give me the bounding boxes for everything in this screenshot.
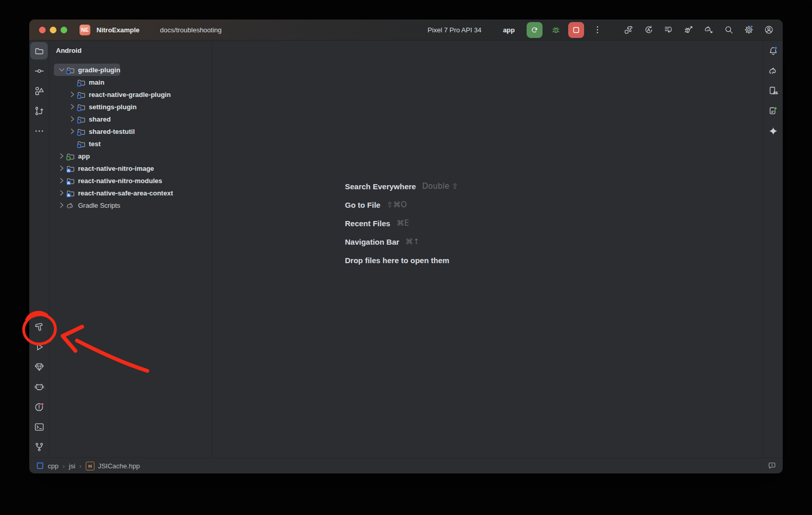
- stop-button[interactable]: [568, 22, 584, 38]
- tree-item-shared[interactable]: shared: [54, 113, 111, 125]
- project-tree: gradle-pluginmainreact-native-gradle-plu…: [49, 64, 212, 211]
- tree-item-react-native-nitro-image[interactable]: react-native-nitro-image: [54, 162, 154, 174]
- hint-label: Search Everywhere: [345, 182, 416, 191]
- breadcrumb-item[interactable]: HJSICache.hpp: [86, 462, 140, 470]
- build-button[interactable]: [622, 23, 635, 36]
- letter-a-refresh-button[interactable]: [642, 23, 655, 36]
- build-hammer-icon: [34, 322, 45, 332]
- project-icon: [34, 46, 45, 56]
- tool-problems-button[interactable]: [30, 398, 48, 415]
- gradle-sync-button[interactable]: [702, 23, 716, 36]
- search-button[interactable]: [722, 23, 736, 36]
- tree-item-test[interactable]: test: [54, 137, 101, 150]
- breadcrumb-label: cpp: [48, 462, 59, 470]
- tree-item-settings-plugin[interactable]: settings-plugin: [54, 101, 137, 113]
- tool-notifications-button[interactable]: [764, 42, 782, 60]
- project-name: NitroExample: [96, 26, 140, 34]
- letter-a-refresh-icon: [644, 25, 654, 35]
- tool-device-manager-button[interactable]: [764, 102, 782, 120]
- chevron-right-icon[interactable]: [57, 176, 66, 185]
- minimize-window-button[interactable]: [50, 27, 56, 33]
- lines-rollback-button[interactable]: [662, 23, 675, 36]
- tool-terminal-button[interactable]: [30, 418, 48, 435]
- close-window-button[interactable]: [39, 27, 46, 33]
- debug-bug-icon: [551, 25, 561, 35]
- module-blue-icon: [77, 140, 86, 148]
- debug-button[interactable]: [548, 22, 563, 37]
- chevron-right-icon[interactable]: [57, 201, 66, 209]
- more-actions-button[interactable]: [589, 22, 605, 37]
- hint-label: Recent Files: [345, 219, 390, 228]
- tree-item-label: shared: [89, 115, 111, 123]
- breadcrumb-item[interactable]: cpp: [36, 462, 59, 470]
- tool-gemini-button[interactable]: [764, 122, 782, 140]
- chevron-right-icon[interactable]: [68, 103, 77, 111]
- tool-app-quality-insights-button[interactable]: [30, 358, 48, 375]
- tool-more-button[interactable]: [30, 122, 48, 140]
- tool-structure-button[interactable]: [30, 82, 48, 100]
- structure-icon: [34, 86, 45, 96]
- chevron-right-icon[interactable]: [68, 115, 77, 123]
- kebab-menu-icon: [592, 25, 603, 35]
- pull-requests-icon: [34, 106, 45, 116]
- search-icon: [724, 25, 734, 35]
- chevron-right-icon[interactable]: [68, 127, 77, 135]
- branch-selector[interactable]: docs/troubleshooting: [156, 24, 226, 36]
- chevron-right-icon[interactable]: [68, 90, 77, 98]
- version-control-icon: [34, 442, 45, 452]
- tool-build-hammer-button[interactable]: [30, 318, 48, 335]
- tree-item-react-native-gradle-plugin[interactable]: react-native-gradle-plugin: [54, 88, 171, 101]
- device-selector[interactable]: Pixel 7 Pro API 34: [423, 24, 486, 36]
- chevron-right-icon[interactable]: [57, 164, 66, 172]
- tool-version-control-button[interactable]: [30, 438, 48, 455]
- build-icon: [624, 25, 634, 35]
- status-notifications-button[interactable]: [764, 460, 777, 472]
- tool-gradle-button[interactable]: [764, 62, 782, 80]
- tree-item-react-native-nitro-modules[interactable]: react-native-nitro-modules: [54, 174, 162, 187]
- breadcrumb-item[interactable]: jsi: [69, 462, 75, 470]
- zoom-window-button[interactable]: [61, 27, 67, 33]
- hint-label: Navigation Bar: [345, 237, 399, 246]
- project-view-selector[interactable]: Android: [56, 47, 85, 54]
- device-name: Pixel 7 Pro API 34: [428, 26, 481, 34]
- tool-pull-requests-button[interactable]: [30, 102, 48, 120]
- tool-run-button[interactable]: [30, 338, 48, 355]
- tree-item-label: shared-testutil: [89, 128, 135, 135]
- main-content: Android gradle-pluginmainreact-native-gr…: [29, 41, 783, 458]
- tree-item-app[interactable]: app: [54, 150, 90, 162]
- tree-item-main[interactable]: main: [54, 76, 104, 88]
- module-blue-icon: [77, 127, 86, 136]
- tool-logcat-button[interactable]: [30, 378, 48, 395]
- editor-hint: Navigation Bar⌘↑: [345, 232, 458, 251]
- bug-attach-button[interactable]: [682, 23, 695, 36]
- hint-label: Drop files here to open them: [345, 256, 449, 265]
- notifications-icon: [768, 46, 779, 56]
- gemini-icon: [768, 126, 779, 136]
- run-configuration-name: app: [503, 26, 515, 34]
- lines-rollback-icon: [664, 25, 674, 35]
- left-tool-stripe: [29, 41, 49, 458]
- more-icon: [34, 126, 45, 136]
- tree-item-gradle-scripts[interactable]: Gradle Scripts: [54, 199, 120, 211]
- tree-item-shared-testutil[interactable]: shared-testutil: [54, 125, 135, 137]
- tool-running-devices-button[interactable]: [764, 82, 782, 100]
- project-selector[interactable]: NitroExample: [94, 24, 144, 36]
- account-button[interactable]: [762, 23, 776, 36]
- right-tool-stripe: [763, 41, 783, 458]
- tree-item-react-native-safe-area-context[interactable]: react-native-safe-area-context: [54, 187, 173, 199]
- library-icon: [66, 189, 75, 197]
- run-configuration-selector[interactable]: app: [498, 24, 519, 36]
- tree-item-label: Gradle Scripts: [78, 202, 120, 209]
- editor-area: Search EverywhereDouble ⇧Go to File⇧⌘ORe…: [212, 41, 763, 458]
- chevron-right-icon[interactable]: [57, 152, 66, 160]
- stop-icon: [572, 26, 581, 34]
- chevron-down-icon[interactable]: [57, 66, 66, 74]
- tool-commit-button[interactable]: [30, 62, 48, 80]
- chevron-right-icon[interactable]: [57, 189, 66, 197]
- rerun-button[interactable]: [527, 22, 543, 38]
- android-studio-window: NE NitroExample docs/troubleshooting Pix…: [29, 19, 783, 473]
- settings-button[interactable]: [742, 23, 756, 36]
- module-blue-icon: [77, 115, 86, 124]
- tree-item-gradle-plugin[interactable]: gradle-plugin: [54, 64, 120, 76]
- tool-project-button[interactable]: [30, 42, 48, 60]
